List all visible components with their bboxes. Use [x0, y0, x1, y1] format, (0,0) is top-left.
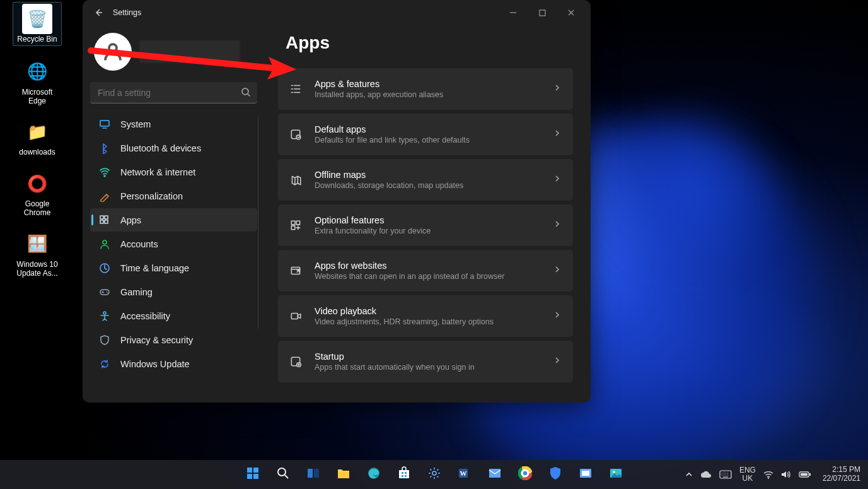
card-text: Startup Apps that start automatically wh…: [315, 351, 553, 372]
apps-features-icon: [288, 81, 303, 97]
close-button[interactable]: [557, 2, 586, 23]
sidebar-item-time-language[interactable]: Time & language: [90, 256, 257, 280]
card-subtitle: Downloads, storage location, map updates: [315, 181, 553, 190]
taskbar-chrome[interactable]: [512, 462, 538, 487]
taskbar-store[interactable]: [391, 462, 417, 487]
sidebar-item-accounts[interactable]: Accounts: [90, 232, 257, 256]
back-button[interactable]: [88, 2, 109, 23]
desktop-icon-microsoft-edge[interactable]: 🌐 Microsoft Edge: [13, 57, 61, 106]
card-optional-features[interactable]: Optional features Extra functionality fo…: [278, 204, 573, 246]
taskbar-word[interactable]: W: [452, 462, 477, 487]
svg-point-37: [432, 471, 436, 475]
sidebar-item-privacy-security[interactable]: Privacy & security: [90, 328, 257, 351]
desktop-icon-downloads[interactable]: 📁 downloads: [13, 117, 61, 157]
onedrive-icon[interactable]: [700, 471, 712, 478]
personalization-icon: [99, 191, 110, 202]
search-icon: [276, 466, 290, 483]
taskbar-edge[interactable]: [361, 462, 386, 487]
svg-rect-33: [402, 472, 403, 474]
taskbar-file-explorer[interactable]: [331, 462, 356, 487]
card-subtitle: Defaults for file and link types, other …: [315, 136, 553, 144]
sidebar-item-gaming[interactable]: Gaming: [90, 280, 257, 303]
sidebar-item-apps[interactable]: Apps: [90, 208, 257, 232]
card-default-apps[interactable]: Default apps Defaults for file and link …: [278, 114, 573, 155]
taskbar-snip[interactable]: [573, 462, 598, 487]
taskbar-start[interactable]: [240, 462, 265, 487]
apps-icon: [99, 215, 110, 226]
taskbar-search[interactable]: [270, 462, 296, 487]
windows-update-assistant-icon: 🪟: [22, 229, 52, 259]
sidebar-item-label: Apps: [120, 215, 141, 225]
window-title: Settings: [113, 8, 141, 17]
sidebar-item-label: System: [120, 119, 151, 129]
card-title: Video playback: [315, 306, 553, 316]
desktop-icon-recycle-bin[interactable]: 🗑️ Recycle Bin: [13, 3, 61, 45]
sidebar-item-personalization[interactable]: Personalization: [90, 184, 257, 208]
taskbar-security[interactable]: [543, 462, 568, 487]
active-indicator: [91, 215, 93, 225]
svg-rect-24: [253, 468, 258, 473]
taskbar-center: W: [240, 462, 628, 487]
svg-rect-7: [100, 220, 103, 223]
card-text: Offline maps Downloads, storage location…: [315, 170, 553, 190]
chrome-icon: [518, 466, 532, 483]
kbd-layout: UK: [743, 474, 753, 483]
startup-icon: [288, 354, 303, 369]
recycle-bin-icon: 🗑️: [22, 4, 52, 34]
taskbar-settings[interactable]: [422, 462, 447, 487]
svg-rect-48: [582, 471, 589, 476]
maximize-button[interactable]: [528, 2, 557, 23]
photos-icon: [609, 468, 623, 481]
card-apps-for-websites[interactable]: Apps for websites Websites that can open…: [278, 250, 573, 292]
svg-rect-40: [489, 469, 501, 478]
desktop-icon-label: Recycle Bin: [13, 35, 61, 44]
settings-search[interactable]: [90, 82, 257, 103]
desktop-icon-google-chrome[interactable]: ⭕ Google Chrome: [13, 168, 61, 218]
sidebar: System Bluetooth & devices Network & int…: [83, 25, 265, 403]
sidebar-item-bluetooth-devices[interactable]: Bluetooth & devices: [90, 136, 257, 160]
desktop-icon-label: Microsoft Edge: [13, 88, 61, 106]
video-playback-icon: [288, 309, 303, 324]
optional-features-icon: [288, 218, 303, 233]
sidebar-item-network-internet[interactable]: Network & internet: [90, 160, 257, 184]
clock-time: 2:15 PM: [823, 466, 860, 474]
sidebar-item-system[interactable]: System: [90, 112, 257, 136]
card-title: Apps & features: [315, 79, 553, 89]
desktop-icon-label: Windows 10 Update As...: [13, 261, 61, 278]
downloads-icon: 📁: [22, 117, 52, 147]
volume-icon[interactable]: [781, 470, 791, 479]
taskbar-mail[interactable]: [482, 462, 507, 487]
taskbar-task-view[interactable]: [301, 462, 326, 487]
card-offline-maps[interactable]: Offline maps Downloads, storage location…: [278, 159, 573, 201]
search-input[interactable]: [90, 82, 257, 103]
svg-rect-5: [100, 216, 103, 219]
keyboard-language[interactable]: ENG UK: [739, 466, 756, 482]
sidebar-item-windows-update[interactable]: Windows Update: [90, 352, 257, 375]
svg-point-4: [104, 175, 105, 177]
titlebar: Settings: [83, 0, 591, 25]
minimize-button[interactable]: [499, 2, 528, 23]
sidebar-item-label: Gaming: [120, 287, 153, 297]
card-text: Apps for websites Websites that can open…: [315, 261, 553, 281]
card-startup[interactable]: Startup Apps that start automatically wh…: [278, 341, 573, 382]
card-subtitle: Websites that can open in an app instead…: [315, 272, 553, 281]
sidebar-item-accessibility[interactable]: Accessibility: [90, 304, 257, 327]
touch-keyboard-icon[interactable]: [719, 470, 732, 479]
card-video-playback[interactable]: Video playback Video adjustments, HDR st…: [278, 295, 573, 337]
svg-rect-28: [308, 469, 313, 478]
desktop-icon-windows-update-assistant[interactable]: 🪟 Windows 10 Update As...: [13, 229, 61, 278]
taskbar-photos[interactable]: [603, 462, 628, 487]
system-icon: [99, 119, 110, 130]
security-icon: [549, 466, 562, 483]
card-apps-features[interactable]: Apps & features Installed apps, app exec…: [278, 68, 573, 110]
tray-chevron-up-icon[interactable]: [685, 471, 693, 478]
svg-rect-0: [540, 10, 545, 16]
svg-rect-17: [291, 226, 295, 230]
profile-block[interactable]: [90, 29, 257, 78]
maximize-icon: [539, 9, 546, 16]
wifi-icon[interactable]: [763, 470, 773, 479]
battery-icon[interactable]: [799, 471, 811, 478]
clock[interactable]: 2:15 PM 22/07/2021: [823, 466, 860, 483]
desktop-icon-label: downloads: [13, 148, 61, 157]
file-explorer-icon: [337, 467, 350, 482]
